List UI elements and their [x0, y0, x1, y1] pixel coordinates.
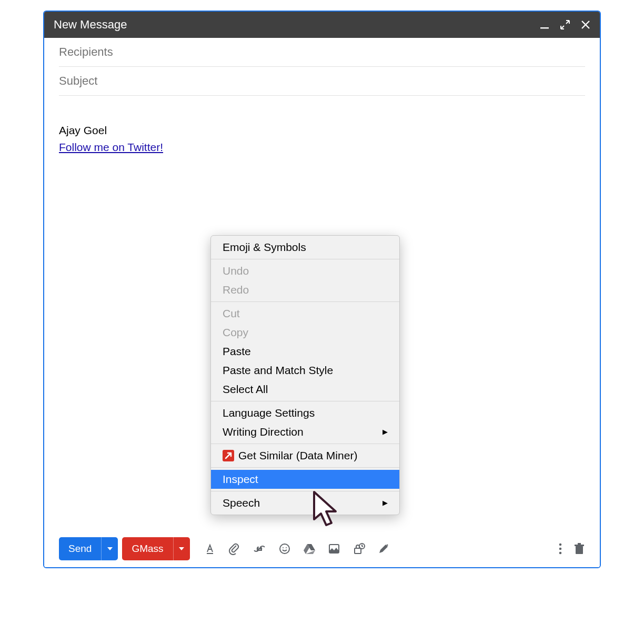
compose-content: Ajay Goel Follow me on Twitter! Emoji & …: [44, 38, 600, 530]
gmass-dropdown[interactable]: [173, 537, 190, 560]
menu-get-similar[interactable]: Get Similar (Data Miner): [211, 446, 399, 465]
svg-point-15: [559, 552, 562, 555]
svg-point-14: [559, 548, 562, 550]
dataminer-icon: [223, 450, 234, 461]
recipients-input[interactable]: [59, 45, 585, 59]
attachment-icon[interactable]: [228, 542, 240, 555]
menu-select-all[interactable]: Select All: [211, 380, 399, 399]
formatting-icon[interactable]: [204, 542, 216, 555]
more-icon[interactable]: [559, 542, 562, 555]
svg-point-8: [286, 547, 287, 548]
svg-point-12: [386, 545, 388, 546]
menu-paste-match[interactable]: Paste and Match Style: [211, 361, 399, 380]
confidential-icon[interactable]: [352, 542, 366, 555]
titlebar: New Message: [44, 12, 600, 38]
menu-copy: Copy: [211, 323, 399, 342]
menu-emoji-symbols[interactable]: Emoji & Symbols: [211, 238, 399, 257]
emoji-icon[interactable]: [278, 542, 291, 555]
subject-row: [59, 67, 585, 96]
menu-cut: Cut: [211, 304, 399, 323]
chevron-right-icon: ▶: [383, 496, 388, 510]
send-dropdown[interactable]: [101, 537, 118, 560]
svg-rect-18: [578, 543, 581, 545]
context-menu: Emoji & Symbols Undo Redo Cut Copy: [210, 235, 400, 515]
menu-undo: Undo: [211, 261, 399, 280]
svg-rect-10: [355, 548, 361, 554]
recipients-row: [59, 38, 585, 67]
drive-icon[interactable]: [303, 542, 316, 555]
send-button[interactable]: Send: [59, 537, 118, 560]
svg-rect-0: [540, 27, 549, 28]
window-controls: [540, 19, 590, 30]
menu-paste[interactable]: Paste: [211, 342, 399, 361]
compose-window: New Message Ajay G: [43, 11, 601, 568]
image-icon[interactable]: [328, 542, 340, 555]
trash-icon[interactable]: [573, 542, 585, 555]
subject-input[interactable]: [59, 74, 585, 88]
menu-writing-direction[interactable]: Writing Direction ▶: [211, 422, 399, 441]
pen-icon[interactable]: [377, 542, 390, 555]
svg-rect-2: [207, 553, 213, 554]
gmass-button[interactable]: GMass: [122, 537, 189, 560]
svg-point-6: [280, 544, 289, 554]
compose-toolbar: Send GMass: [44, 530, 600, 567]
close-icon[interactable]: [581, 20, 590, 29]
compose-body[interactable]: Ajay Goel Follow me on Twitter!: [59, 96, 585, 155]
svg-rect-16: [576, 546, 583, 554]
link-icon[interactable]: [252, 542, 267, 555]
signature-name: Ajay Goel: [59, 122, 585, 139]
menu-language-settings[interactable]: Language Settings: [211, 404, 399, 422]
svg-point-7: [283, 547, 284, 548]
menu-redo: Redo: [211, 280, 399, 299]
svg-rect-17: [575, 545, 584, 546]
signature-link[interactable]: Follow me on Twitter!: [59, 141, 163, 153]
window-title: New Message: [54, 18, 127, 32]
chevron-right-icon: ▶: [383, 425, 388, 439]
expand-icon[interactable]: [560, 19, 570, 30]
svg-point-13: [559, 544, 562, 546]
menu-inspect[interactable]: Inspect: [211, 470, 399, 489]
minimize-icon[interactable]: [540, 20, 549, 29]
menu-speech[interactable]: Speech ▶: [211, 494, 399, 512]
